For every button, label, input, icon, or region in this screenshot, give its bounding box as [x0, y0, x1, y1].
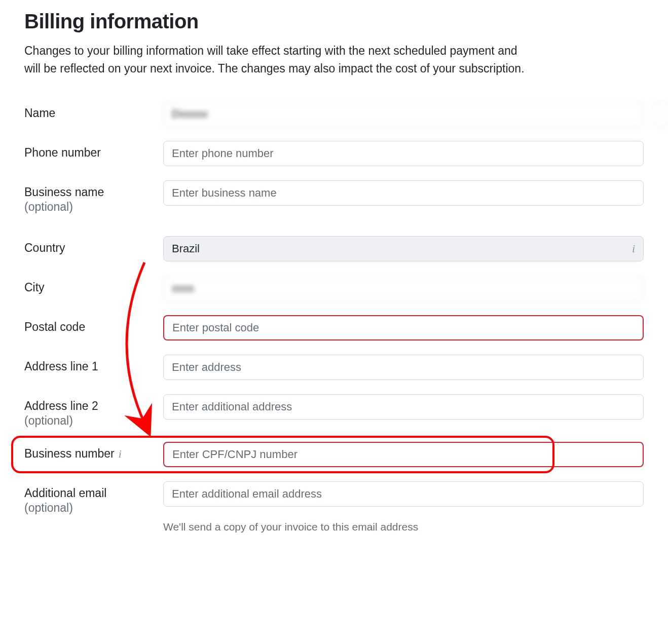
row-address2: Address line 2 (optional): [24, 394, 644, 428]
address2-input[interactable]: [163, 394, 644, 420]
business-number-input[interactable]: [163, 442, 644, 467]
row-additional-email: Additional email (optional) We'll send a…: [24, 481, 644, 533]
label-business-number: Business number: [24, 447, 115, 461]
info-icon[interactable]: i: [632, 243, 635, 254]
label-address1: Address line 1: [24, 360, 163, 373]
last-name-input[interactable]: [653, 101, 668, 127]
first-name-input[interactable]: [163, 101, 644, 127]
label-business-name: Business name: [24, 185, 163, 199]
row-business-name: Business name (optional): [24, 180, 644, 214]
row-phone: Phone number: [24, 141, 644, 166]
sublabel-business-name: (optional): [24, 200, 163, 214]
address1-input[interactable]: [163, 355, 644, 380]
label-name: Name: [24, 106, 163, 120]
city-input[interactable]: [163, 276, 644, 301]
row-business-number: Business number i: [24, 442, 644, 467]
label-address2: Address line 2: [24, 399, 163, 413]
row-address1: Address line 1: [24, 355, 644, 380]
label-additional-email: Additional email: [24, 486, 163, 500]
sublabel-additional-email: (optional): [24, 501, 163, 515]
row-country: Country Brazil i: [24, 236, 644, 261]
sublabel-address2: (optional): [24, 414, 163, 428]
country-field: Brazil i: [163, 236, 644, 261]
label-phone: Phone number: [24, 146, 163, 160]
postal-code-input[interactable]: [163, 315, 644, 340]
label-country: Country: [24, 241, 163, 255]
page-description: Changes to your billing information will…: [24, 42, 536, 77]
label-postal-code: Postal code: [24, 320, 163, 334]
row-city: City: [24, 276, 644, 301]
additional-email-helper: We'll send a copy of your invoice to thi…: [163, 521, 644, 533]
page-title: Billing information: [24, 10, 644, 33]
phone-input[interactable]: [163, 141, 644, 166]
country-value: Brazil: [172, 242, 200, 255]
business-name-input[interactable]: [163, 180, 644, 206]
label-city: City: [24, 281, 163, 294]
row-name: Name: [24, 101, 644, 127]
row-postal-code: Postal code: [24, 315, 644, 340]
info-icon[interactable]: i: [119, 448, 122, 460]
additional-email-input[interactable]: [163, 481, 644, 507]
